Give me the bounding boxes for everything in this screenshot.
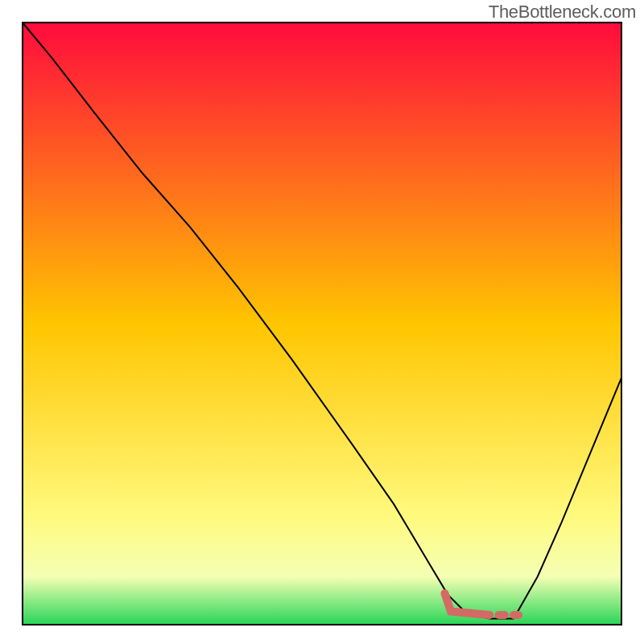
bottleneck-chart bbox=[0, 0, 644, 644]
watermark-text: TheBottleneck.com bbox=[489, 2, 636, 23]
plot-background bbox=[23, 23, 621, 625]
chart-container: { "watermark": "TheBottleneck.com", "cha… bbox=[0, 0, 644, 644]
